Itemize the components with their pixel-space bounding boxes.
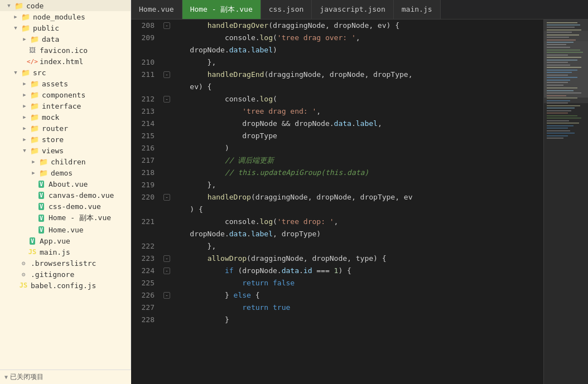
chevron-right-icon [20, 90, 29, 99]
tree-item-browserslistrc[interactable]: ⚙.browserslistrc [0, 257, 131, 269]
close-project-icon: ▼ [4, 374, 8, 380]
tree-item-node_modules[interactable]: 📁node_modules [0, 11, 131, 22]
tab-main-js[interactable]: main.js [394, 0, 441, 19]
code-line: - handleDragOver(draggingNode, dropNode,… [163, 20, 539, 32]
tree-item-label: index.html [40, 57, 83, 66]
fold-button[interactable]: - [163, 22, 170, 29]
fold-button[interactable]: - [163, 194, 170, 201]
svg-rect-36 [547, 113, 568, 114]
tab-home-vue[interactable]: Home.vue [131, 0, 182, 19]
code-line: } [163, 314, 539, 326]
tree-item-public[interactable]: 📁public [0, 22, 131, 33]
chevron-down-icon [4, 1, 13, 10]
tree-item-label: store [42, 135, 64, 144]
code-line: - } else { [163, 289, 539, 302]
code-line: console.log('tree drop: ', [163, 216, 539, 228]
tree-item-Home.vue[interactable]: VHome.vue [0, 224, 131, 235]
tree-item-label: data [42, 35, 59, 43]
file-icon: 📁 [30, 146, 39, 155]
tree-item-label: App.vue [40, 237, 70, 245]
tree-item-About.vue[interactable]: VAbout.vue [0, 178, 131, 189]
file-icon: JS [28, 247, 37, 256]
code-line: console.log('tree drag over: ', [163, 32, 539, 44]
svg-rect-37 [547, 115, 577, 116]
tree-item-components[interactable]: 📁components [0, 89, 131, 100]
tree-item-babel.config.js[interactable]: JSbabel.config.js [0, 280, 131, 291]
fold-button[interactable]: - [163, 268, 170, 274]
file-icon: 📁 [30, 101, 39, 110]
tree-item-mock[interactable]: 📁mock [0, 111, 131, 123]
minimap[interactable] [543, 20, 588, 384]
tree-item-children[interactable]: 📁children [0, 156, 131, 167]
code-line: return false [163, 277, 539, 289]
tree-item-favicon[interactable]: 🖼favicon.ico [0, 45, 131, 56]
code-line: ev) { [163, 81, 539, 93]
tree-item-label: src [33, 69, 46, 77]
fold-button[interactable]: - [163, 292, 170, 299]
tree-item-src[interactable]: 📁src [0, 67, 131, 78]
tree-item-store[interactable]: 📁store [0, 134, 131, 145]
code-line: - console.log( [163, 93, 539, 105]
svg-rect-40 [547, 123, 579, 124]
svg-rect-39 [547, 120, 569, 121]
file-icon: V [37, 202, 46, 211]
code-line: }, [163, 240, 539, 252]
tree-item-label: babel.config.js [31, 281, 96, 290]
tab-javascript-json[interactable]: javascript.json [312, 0, 393, 19]
svg-rect-41 [547, 125, 573, 127]
chevron-right-icon [29, 168, 38, 177]
tree-item-code[interactable]: 📁code [0, 0, 131, 11]
tree-item-label: mock [42, 113, 59, 121]
file-icon: 📁 [30, 135, 39, 144]
code-line: - handleDragEnd(draggingNode, dropNode, … [163, 69, 539, 81]
file-icon: 📁 [21, 68, 30, 77]
tree-item-main.js[interactable]: JSmain.js [0, 246, 131, 257]
tree-item-assets[interactable]: 📁assets [0, 78, 131, 89]
file-icon: 📁 [21, 12, 30, 21]
tree-item-views[interactable]: 📁views [0, 145, 131, 156]
code-area: 208209 210211 21221321421521621721821922… [131, 20, 588, 384]
fold-button[interactable]: - [163, 71, 170, 78]
chevron-right-icon [20, 101, 29, 110]
tree-item-router[interactable]: 📁router [0, 123, 131, 134]
chevron-down-icon [11, 68, 20, 77]
tab-css-json[interactable]: css.json [261, 0, 312, 19]
tree-item-index[interactable]: </>index.html [0, 56, 131, 67]
file-icon: V [37, 191, 46, 200]
code-content[interactable]: - handleDragOver(draggingNode, dropNode,… [159, 20, 543, 384]
file-icon: </> [28, 57, 37, 66]
code-line: }, [163, 179, 539, 191]
tree-item-label: .gitignore [31, 270, 74, 279]
tree-item-label: code [26, 2, 44, 10]
tree-item-canvas-demo.vue[interactable]: Vcanvas-demo.vue [0, 189, 131, 201]
tree-item-label: favicon.ico [40, 46, 88, 55]
code-line: 'tree drag end: ', [163, 105, 539, 118]
tree-item-label: components [42, 91, 85, 99]
tab-bar[interactable]: Home.vueHome - 副本.vuecss.jsonjavascript.… [131, 0, 588, 20]
tree-item-Home-copy.vue[interactable]: VHome - 副本.vue [0, 212, 131, 224]
tree-item-gitignore[interactable]: ⚙.gitignore [0, 269, 131, 280]
file-icon: 📁 [15, 1, 23, 10]
file-icon: ⚙ [19, 259, 28, 268]
tree-item-data[interactable]: 📁data [0, 33, 131, 45]
file-icon: 📁 [30, 79, 39, 88]
file-icon: V [28, 236, 37, 245]
svg-rect-46 [547, 138, 563, 139]
file-icon: V [37, 225, 46, 234]
file-icon: 📁 [39, 168, 48, 177]
tree-item-label: interface [42, 102, 81, 110]
tab-home-copy-vue[interactable]: Home - 副本.vue [182, 0, 261, 19]
sidebar-bottom-bar[interactable]: ▼ 已关闭项目 [0, 370, 131, 384]
fold-button[interactable]: - [163, 96, 170, 103]
file-tree-sidebar[interactable]: 📁code📁node_modules📁public📁data🖼favicon.i… [0, 0, 131, 384]
code-line: - handleDrop(draggingNode, dropNode, dro… [163, 191, 539, 203]
code-line: }, [163, 56, 539, 69]
code-line: dropNode.data.label) [163, 44, 539, 56]
tree-item-App.vue[interactable]: VApp.vue [0, 235, 131, 246]
tree-item-label: children [51, 158, 86, 166]
fold-button[interactable]: - [163, 255, 170, 262]
chevron-right-icon [20, 124, 29, 133]
tree-item-demos[interactable]: 📁demos [0, 167, 131, 178]
tree-item-interface[interactable]: 📁interface [0, 100, 131, 111]
tree-item-css-demo.vue[interactable]: Vcss-demo.vue [0, 201, 131, 212]
